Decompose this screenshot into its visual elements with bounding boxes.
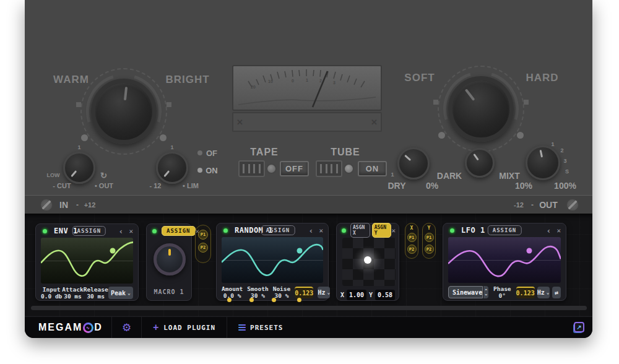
xy-pad[interactable] — [342, 238, 396, 286]
lfo-rate-value[interactable]: 0.123 — [516, 287, 535, 298]
xy-x-value[interactable]: 1.00 — [347, 290, 366, 300]
tape-off-button: OFF — [280, 161, 309, 176]
xy-pin-x-p1[interactable]: P1 — [407, 233, 417, 242]
xy-pin-x-p2[interactable]: P2 — [407, 245, 417, 254]
tube-led — [344, 163, 354, 174]
mixt-min: 10% — [515, 181, 532, 191]
lfo-shape-select[interactable]: Sinewave — [448, 286, 483, 298]
settings-button[interactable]: ⚙ — [112, 317, 141, 339]
env-close-icon[interactable]: ✕ — [129, 227, 133, 235]
soft-label: SOFT — [404, 72, 435, 84]
mod-slot-dot[interactable] — [272, 298, 276, 302]
soft-hard-knob-body — [448, 76, 514, 142]
lfo-unit-dropdown[interactable]: Hz⌄ — [537, 287, 550, 298]
macro-assign-button[interactable]: ASSIGN — [162, 226, 196, 236]
lfo-loop-button[interactable]: ⇄ — [552, 287, 561, 298]
random-amount-param[interactable]: Amount0.0 % — [222, 285, 243, 299]
mod-slot-dot[interactable] — [297, 298, 301, 302]
xy-assign-y-button[interactable]: ASGN Y — [372, 223, 392, 238]
in-dash: - — [76, 201, 79, 209]
resize-button[interactable]: ↗ — [574, 322, 584, 332]
gain-knob — [156, 152, 188, 184]
bright-label: BRIGHT — [165, 74, 209, 86]
env-input-param[interactable]: Input0.0 db — [41, 286, 62, 300]
env-header: ENV 1 ASSIGN ‹ ✕ — [36, 224, 138, 238]
dimmed-plugin-background: WARM BRIGHT SOFT HARD — [25, 0, 592, 214]
macro-knob[interactable] — [154, 243, 186, 275]
random-unit-dropdown[interactable]: Hz⌄ — [318, 287, 330, 298]
mod-slot-dot[interactable] — [249, 298, 254, 302]
dry-tick: 1 — [391, 171, 394, 178]
xy-module: ASGN X ASGN Y ✕ X 1.00 Y 0.58 — [336, 223, 399, 301]
warm-bright-knob-body — [91, 79, 157, 144]
mod-slot-dot[interactable] — [227, 298, 232, 302]
xy-pin-group-x: X P1 P2 — [405, 223, 418, 259]
random-waveform-display — [222, 237, 323, 283]
dry-label: DRY — [387, 181, 405, 191]
macro-pin-p2[interactable]: P2 — [198, 243, 208, 253]
lfo-phase-param[interactable]: Phase0° — [493, 285, 511, 299]
mod-panel-scrollbar[interactable] — [31, 306, 587, 310]
xy-assign-x-button[interactable]: ASGN X — [350, 223, 370, 238]
random-noise-param[interactable]: Noise30 % — [273, 285, 291, 299]
xy-pin-group-y: Y P1 P2 — [422, 223, 436, 259]
random-enable-led[interactable] — [222, 227, 230, 235]
mixt-tick: 1 — [551, 141, 554, 147]
macro-pin-p1[interactable]: P1 — [198, 230, 208, 240]
lowcut-max-label: • OUT — [95, 182, 113, 189]
dry-knob — [397, 147, 430, 180]
load-plugin-button[interactable]: + LOAD PLUGIN — [142, 317, 227, 339]
macro-enable-led[interactable] — [150, 227, 158, 235]
lowcut-min-label: - CUT — [53, 182, 71, 189]
lfo-shape-stepper[interactable]: ⌃ ⌄ — [483, 286, 488, 298]
lfo-title: LFO 1 — [461, 226, 485, 235]
list-icon — [238, 324, 246, 331]
lfo-waveform-display — [448, 237, 561, 283]
vu-tick: 0 — [292, 79, 294, 83]
random-assign-button[interactable]: ASSIGN — [261, 225, 295, 235]
env-enable-led[interactable] — [41, 227, 49, 235]
env-release-param[interactable]: Release30 ms — [84, 286, 108, 300]
env-attack-param[interactable]: Attack30 ms — [62, 286, 83, 300]
lfo-assign-button[interactable]: ASSIGN — [488, 225, 522, 235]
macro-pin-group: P1 P2 — [195, 225, 211, 263]
random-rate-value[interactable]: 0.123 — [295, 287, 313, 298]
env-mode-dropdown[interactable]: Peak⌄ — [108, 287, 133, 299]
lfo-enable-led[interactable] — [448, 227, 456, 235]
gauge-icon: ↻ — [100, 171, 107, 180]
xy-enable-led[interactable] — [340, 227, 348, 235]
env-collapse-icon[interactable]: ‹ — [119, 227, 124, 236]
lfo-close-icon[interactable]: ✕ — [556, 227, 561, 235]
random-collapse-icon[interactable]: ‹ — [309, 226, 314, 235]
lfo-collapse-icon[interactable]: ‹ — [547, 226, 552, 235]
random-smooth-param[interactable]: Smooth30 % — [247, 285, 268, 299]
env-assign-button[interactable]: ASSIGN — [72, 226, 106, 236]
xy-pad-handle[interactable] — [364, 256, 371, 264]
footer-bar: MEGAM ∿ D ⚙ + LOAD PLUGIN PRESETS ↗ — [25, 316, 592, 338]
strip-close-icon: ✕ — [371, 118, 378, 127]
xy-pin-y-p1[interactable]: P1 — [425, 233, 434, 242]
soft-hard-knob — [435, 63, 527, 155]
env-waveform-display — [41, 238, 133, 284]
macro-module: ASSIGN ✕ MACRO 1 — [146, 223, 192, 301]
xy-pin-y-p2[interactable]: P2 — [425, 245, 434, 254]
tape-switch — [238, 160, 265, 177]
plugin-window: WARM BRIGHT SOFT HARD — [25, 0, 592, 338]
xy-x-label: X — [340, 292, 344, 298]
env-module: ENV 1 ASSIGN ‹ ✕ Input0.0 db — [35, 223, 139, 301]
tube-on-button: ON — [358, 161, 387, 176]
plus-icon: + — [153, 322, 159, 333]
screw — [40, 199, 53, 211]
xy-close-icon[interactable]: ✕ — [391, 227, 396, 235]
vu-tick: 1 — [306, 78, 308, 82]
out-value: -12 — [514, 201, 524, 209]
screw — [566, 199, 579, 211]
xy-pin-x-label: X — [410, 225, 413, 231]
xy-y-value[interactable]: 0.58 — [375, 290, 395, 300]
chevron-down-icon: ⌄ — [128, 290, 131, 296]
vu-meter: 20 10 0 1 2 3 — [232, 65, 382, 111]
random-close-icon[interactable]: ✕ — [319, 227, 323, 235]
random-module: RANDOM 1 ASSIGN ‹ ✕ Amount0. — [216, 223, 329, 301]
presets-button[interactable]: PRESETS — [227, 317, 294, 339]
tape-label: TAPE — [250, 147, 278, 158]
